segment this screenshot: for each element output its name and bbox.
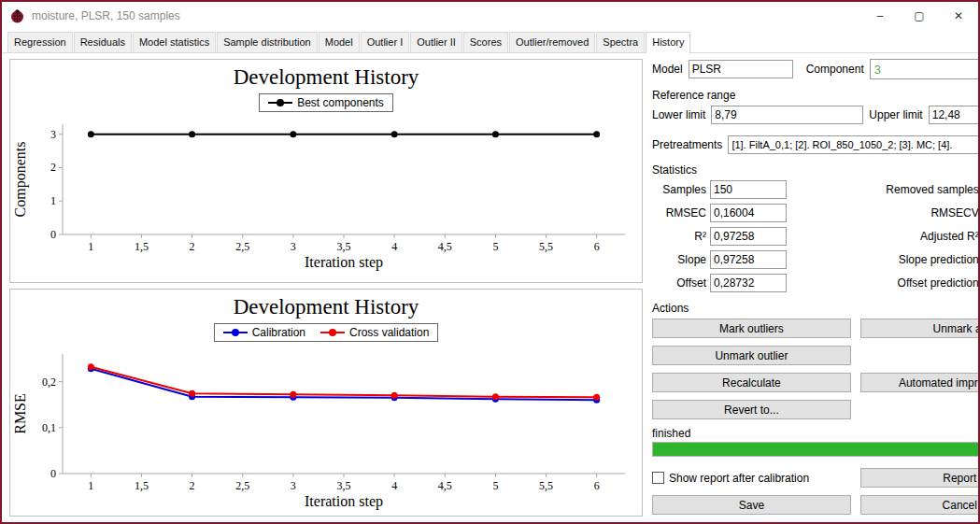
window-controls: – ▢ ✕ bbox=[860, 2, 978, 30]
svg-text:Iteration step: Iteration step bbox=[305, 493, 383, 510]
lower-limit-input[interactable] bbox=[711, 106, 863, 124]
tab-outlier-ii[interactable]: Outlier II bbox=[410, 32, 462, 52]
revert-to-button[interactable]: Revert to... bbox=[652, 400, 851, 419]
report-button[interactable]: Report bbox=[860, 468, 980, 488]
tab-regression[interactable]: Regression bbox=[7, 32, 73, 52]
chart-box-0: Development History Best components 11,5… bbox=[9, 59, 643, 283]
reference-range-title: Reference range bbox=[652, 89, 980, 102]
show-report-label: Show report after calibration bbox=[669, 472, 809, 485]
svg-text:0: 0 bbox=[50, 467, 56, 480]
tab-outlier-i[interactable]: Outlier I bbox=[361, 32, 410, 52]
stat-label: Offset bbox=[652, 276, 706, 290]
stat-label: Adjusted R² bbox=[790, 230, 979, 243]
save-button[interactable]: Save bbox=[652, 495, 851, 515]
chart-title: Development History bbox=[12, 64, 640, 92]
mark-outliers-button[interactable]: Mark outliers bbox=[652, 319, 851, 338]
svg-text:0: 0 bbox=[50, 228, 56, 241]
svg-text:4,5: 4,5 bbox=[438, 240, 452, 253]
svg-text:RMSE: RMSE bbox=[12, 393, 28, 434]
svg-text:1,5: 1,5 bbox=[135, 479, 149, 492]
legend-row: Best components bbox=[12, 93, 640, 112]
model-input[interactable] bbox=[689, 60, 793, 78]
stat-label: Offset prediction bbox=[790, 276, 979, 290]
maximize-icon[interactable]: ▢ bbox=[900, 2, 939, 30]
cancel-button[interactable]: Cancel bbox=[860, 495, 980, 515]
legend-item: Calibration bbox=[223, 326, 305, 339]
svg-text:3: 3 bbox=[50, 128, 56, 141]
stat-value-input[interactable] bbox=[710, 180, 787, 199]
tab-residuals[interactable]: Residuals bbox=[74, 32, 132, 52]
chart-legend: CalibrationCross validation bbox=[214, 323, 439, 342]
svg-text:1: 1 bbox=[88, 240, 93, 253]
stat-label: Slope prediction bbox=[790, 253, 979, 266]
model-label: Model bbox=[652, 63, 683, 76]
close-icon[interactable]: ✕ bbox=[939, 2, 978, 30]
show-report-option: Show report after calibration bbox=[652, 472, 851, 485]
settings-panel: Model Component ▲ ▼ Reference range Lowe… bbox=[646, 53, 980, 522]
svg-text:1: 1 bbox=[50, 194, 56, 207]
legend-item: Cross validation bbox=[320, 326, 429, 339]
actions-grid: Mark outliers Unmark all Unmark outlier … bbox=[652, 319, 980, 419]
tab-outlier-removed[interactable]: Outlier/removed bbox=[509, 32, 595, 52]
legend-row: CalibrationCross validation bbox=[12, 323, 640, 342]
actions-grid-gap bbox=[860, 400, 980, 419]
svg-text:3,5: 3,5 bbox=[337, 479, 351, 492]
app-window: moisture, PLSR, 150 samples – ▢ ✕ Regres… bbox=[0, 0, 980, 524]
pretreatments-row: Pretreatments bbox=[652, 135, 980, 154]
main-content: Development History Best components 11,5… bbox=[2, 53, 978, 522]
upper-limit-label: Upper limit bbox=[869, 108, 922, 121]
save-row: Save Cancel bbox=[652, 495, 980, 515]
statistics-grid: SamplesRemoved samplesRMSECRMSECVR²Adjus… bbox=[652, 180, 980, 292]
recalculate-button[interactable]: Recalculate bbox=[652, 373, 851, 392]
stat-value-input[interactable] bbox=[710, 227, 787, 246]
automated-improvement-button[interactable]: Automated improvement bbox=[860, 373, 980, 392]
legend-marker-icon bbox=[223, 328, 248, 337]
tab-model[interactable]: Model bbox=[319, 32, 360, 52]
stat-value-input[interactable] bbox=[710, 250, 787, 269]
chart-box-1: Development History CalibrationCross val… bbox=[9, 289, 643, 517]
svg-text:Iteration step: Iteration step bbox=[305, 254, 383, 271]
stat-label: RMSECV bbox=[790, 206, 979, 220]
lower-limit-label: Lower limit bbox=[652, 108, 705, 121]
component-label: Component bbox=[806, 63, 864, 76]
chart-legend: Best components bbox=[259, 93, 393, 112]
svg-text:1: 1 bbox=[88, 479, 93, 492]
stat-label: R² bbox=[652, 230, 706, 243]
component-spinner: ▲ ▼ bbox=[870, 59, 980, 79]
model-row: Model Component ▲ ▼ bbox=[652, 59, 980, 79]
svg-text:2: 2 bbox=[190, 240, 195, 253]
legend-label: Best components bbox=[297, 96, 384, 109]
legend-item: Best components bbox=[268, 96, 384, 109]
component-input[interactable] bbox=[871, 60, 980, 78]
tab-history[interactable]: History bbox=[646, 32, 690, 53]
show-report-checkbox[interactable] bbox=[652, 472, 664, 484]
stat-value-input[interactable] bbox=[710, 204, 787, 222]
stat-value-input[interactable] bbox=[710, 274, 787, 292]
chart-title: Development History bbox=[12, 293, 640, 321]
minimize-icon[interactable]: – bbox=[860, 2, 900, 30]
tab-spectra[interactable]: Spectra bbox=[596, 32, 645, 52]
svg-text:0,2: 0,2 bbox=[42, 375, 56, 389]
title-bar: moisture, PLSR, 150 samples – ▢ ✕ bbox=[2, 2, 978, 30]
progress-bar bbox=[652, 442, 980, 457]
svg-text:1,5: 1,5 bbox=[135, 240, 149, 253]
svg-text:5: 5 bbox=[492, 240, 498, 253]
legend-marker-icon bbox=[320, 328, 345, 337]
tab-model-statistics[interactable]: Model statistics bbox=[133, 32, 216, 52]
svg-text:4,5: 4,5 bbox=[438, 479, 452, 492]
actions-grid-gap bbox=[860, 346, 980, 365]
stat-label: Slope bbox=[652, 253, 706, 266]
upper-limit-input[interactable] bbox=[929, 106, 980, 124]
unmark-all-button[interactable]: Unmark all bbox=[860, 319, 980, 338]
tab-sample-distribution[interactable]: Sample distribution bbox=[217, 32, 318, 52]
stat-label: Removed samples bbox=[790, 183, 979, 196]
stat-label: Samples bbox=[652, 183, 706, 196]
tab-bar: RegressionResidualsModel statisticsSampl… bbox=[2, 30, 978, 53]
tab-scores[interactable]: Scores bbox=[463, 32, 508, 52]
pretreatments-label: Pretreatments bbox=[652, 138, 722, 151]
panel-spacer bbox=[652, 419, 980, 427]
svg-text:Components: Components bbox=[12, 142, 29, 218]
pretreatments-input[interactable] bbox=[728, 135, 980, 154]
charts-column: Development History Best components 11,5… bbox=[2, 53, 646, 522]
unmark-outlier-button[interactable]: Unmark outlier bbox=[652, 346, 851, 365]
